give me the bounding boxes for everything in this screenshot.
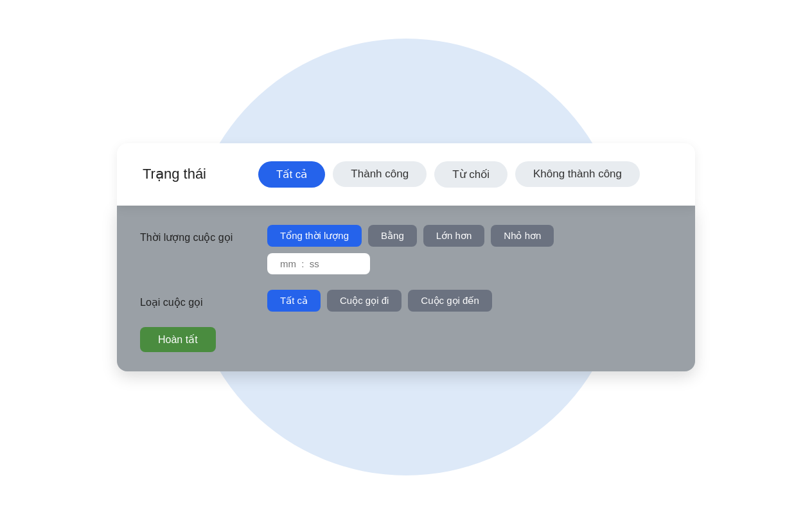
call-type-btn-all[interactable]: Tất cả	[267, 290, 321, 312]
status-label: Trạng thái	[143, 166, 233, 182]
call-type-btn-outgoing[interactable]: Cuộc gọi đi	[327, 290, 402, 312]
duration-btn-equal[interactable]: Bằng	[368, 225, 417, 247]
call-type-buttons: Tất cả Cuộc gọi đi Cuộc gọi đến	[267, 290, 492, 312]
duration-btn-greater[interactable]: Lớn hơn	[423, 225, 485, 247]
filter-card: Thời lượng cuộc gọi Tổng thời lượng Bằng…	[117, 206, 695, 371]
status-card: Trạng thái Tất cả Thành công Từ chối Khô…	[117, 143, 695, 206]
submit-button[interactable]: Hoàn tất	[140, 327, 216, 352]
call-type-label: Loại cuộc gọi	[140, 290, 249, 308]
duration-btn-total[interactable]: Tổng thời lượng	[267, 225, 362, 247]
duration-label: Thời lượng cuộc gọi	[140, 225, 249, 244]
duration-buttons: Tổng thời lượng Bằng Lớn hơn Nhỏ hơn	[267, 225, 554, 247]
time-input[interactable]	[267, 253, 370, 274]
main-panel: Trạng thái Tất cả Thành công Từ chối Khô…	[117, 143, 695, 371]
call-type-row: Loại cuộc gọi Tất cả Cuộc gọi đi Cuộc gọ…	[140, 290, 672, 312]
duration-btn-less[interactable]: Nhỏ hơn	[491, 225, 554, 247]
duration-filter-col: Tổng thời lượng Bằng Lớn hơn Nhỏ hơn	[267, 225, 554, 274]
status-btn-all[interactable]: Tất cả	[258, 161, 325, 188]
status-btn-failed[interactable]: Không thành công	[515, 161, 640, 187]
status-btn-success[interactable]: Thành công	[333, 161, 427, 187]
duration-row: Thời lượng cuộc gọi Tổng thời lượng Bằng…	[140, 225, 672, 274]
status-btn-rejected[interactable]: Từ chối	[434, 161, 508, 188]
status-buttons: Tất cả Thành công Từ chối Không thành cô…	[258, 161, 640, 188]
call-type-btn-incoming[interactable]: Cuộc gọi đến	[408, 290, 491, 312]
